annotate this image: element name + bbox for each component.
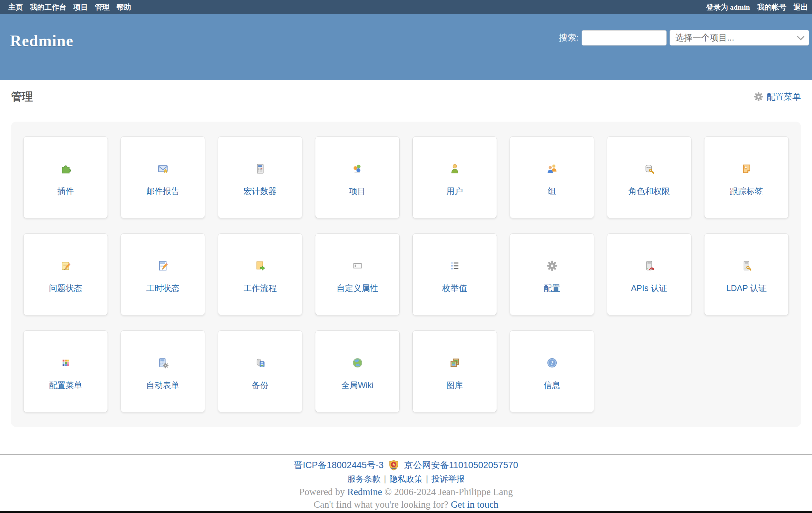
admin-tile-ldap-auth[interactable]: LDAP 认证 (704, 233, 789, 315)
admin-tile-auto-form[interactable]: 自动表单 (120, 330, 205, 412)
separator: | (426, 474, 428, 483)
topmenu-my-page[interactable]: 我的工作台 (30, 2, 66, 12)
admin-tile-workflow[interactable]: 工作流程 (218, 233, 302, 315)
time-status-icon (157, 260, 169, 271)
account-my-account[interactable]: 我的帐号 (757, 2, 786, 12)
tile-label: APIs 认证 (631, 283, 668, 294)
tile-label: 枚举值 (442, 283, 467, 294)
tile-label: 工作流程 (244, 283, 277, 294)
beian-link[interactable]: 京公网安备11010502057570 (404, 459, 518, 471)
info-icon: ? (546, 357, 558, 369)
app-header: Redmine 搜索: 选择一个项目... (0, 14, 812, 80)
top-menu: 主页我的工作台项目管理帮助 (8, 2, 131, 12)
auto-form-icon (157, 357, 169, 369)
logged-in-prefix: 登录为 (706, 3, 728, 11)
admin-tile-roles-permissions[interactable]: 角色和权限 (607, 136, 692, 218)
svg-text:?: ? (550, 359, 554, 367)
admin-tile-api-auth[interactable]: APIs 认证 (607, 233, 692, 315)
privacy-link[interactable]: 隐私政策 (389, 474, 423, 483)
group-icon (546, 163, 558, 174)
search-row: 搜索: 选择一个项目... (559, 30, 809, 46)
redmine-link[interactable]: Redmine (347, 486, 382, 497)
topmenu-administration[interactable]: 管理 (95, 2, 110, 12)
main-content: 管理 配置菜单 插件邮件报告宏计数器项目用户组角色和权限跟踪标签问题状态工时状态… (0, 89, 812, 427)
public-security-emblem-icon (388, 459, 399, 471)
admin-tile-backup[interactable]: 备份 (218, 330, 302, 412)
admin-tile-time-status[interactable]: 工时状态 (120, 233, 205, 315)
terms-link[interactable]: 服务条款 (348, 474, 381, 483)
tile-label: 工时状态 (146, 283, 180, 294)
admin-tile-info[interactable]: ?信息 (510, 330, 594, 412)
backup-icon (255, 357, 266, 369)
page-title: 管理 (11, 89, 33, 104)
admin-tile-settings[interactable]: 配置 (510, 233, 594, 315)
configure-menu-link[interactable]: 配置菜单 (754, 91, 801, 103)
issue-status-icon (60, 260, 71, 271)
tracker-tag-icon (741, 163, 752, 174)
tile-label: 邮件报告 (146, 186, 180, 197)
topmenu-projects[interactable]: 项目 (74, 2, 88, 12)
workflow-icon (255, 260, 266, 271)
project-select-value: 选择一个项目... (675, 32, 734, 44)
tile-label: 角色和权限 (629, 186, 670, 197)
ldap-auth-icon (741, 260, 752, 271)
gallery-icon (449, 357, 460, 369)
tile-label: 配置菜单 (49, 380, 82, 391)
topmenu-help[interactable]: 帮助 (117, 2, 131, 12)
policy-links-line: 服务条款|隐私政策|投诉举报 (0, 472, 812, 485)
admin-tile-tracker-tags[interactable]: 跟踪标签 (704, 136, 789, 218)
tile-label: LDAP 认证 (726, 283, 767, 294)
admin-tile-users[interactable]: 用户 (412, 136, 497, 218)
plugin-icon (60, 163, 71, 174)
user-icon (449, 163, 460, 174)
logged-in-as: 登录为 admin (706, 2, 750, 12)
project-select[interactable]: 选择一个项目... (670, 30, 809, 46)
macro-counter-icon (255, 163, 266, 174)
roles-permissions-icon (644, 163, 655, 174)
admin-tile-issue-status[interactable]: 问题状态 (23, 233, 108, 315)
tile-label: 图库 (446, 380, 463, 391)
global-wiki-icon (352, 357, 363, 369)
gear-icon (754, 92, 763, 102)
admin-tile-plugins[interactable]: 插件 (23, 136, 108, 218)
account-items: 我的帐号退出 (757, 2, 808, 12)
search-input[interactable] (582, 30, 667, 46)
admin-tile-global-wiki[interactable]: 全局Wiki (315, 330, 400, 412)
powered-prefix: Powered by (299, 486, 345, 497)
api-auth-icon (644, 260, 655, 271)
tile-label: 插件 (57, 186, 74, 197)
icp-line: 晋ICP备18002445号-3 京公网安备11010502057570 (0, 458, 812, 472)
admin-tile-groups[interactable]: 组 (510, 136, 594, 218)
admin-tile-projects[interactable]: 项目 (315, 136, 400, 218)
admin-tile-custom-fields[interactable]: 自定义属性 (315, 233, 400, 315)
admin-tile-gallery[interactable]: 图库 (412, 330, 497, 412)
redmine-logo[interactable]: Redmine (10, 32, 74, 50)
tile-label: 宏计数器 (244, 186, 277, 197)
logged-in-username[interactable]: admin (730, 3, 750, 11)
powered-suffix: © 2006-2024 Jean-Philippe Lang (384, 486, 513, 497)
tile-label: 问题状态 (49, 283, 82, 294)
icp-link[interactable]: 晋ICP备18002445号-3 (294, 459, 383, 471)
report-link[interactable]: 投诉举报 (432, 474, 465, 483)
account-menu: 登录为 admin 我的帐号退出 (706, 2, 808, 12)
admin-tiles-grid: 插件邮件报告宏计数器项目用户组角色和权限跟踪标签问题状态工时状态工作流程自定义属… (11, 122, 801, 427)
tile-label: 组 (548, 186, 556, 197)
get-in-touch-line: Can't find what you're looking for? Get … (0, 498, 812, 511)
get-in-touch-link[interactable]: Get in touch (451, 499, 498, 510)
admin-tile-mail-report[interactable]: 邮件报告 (120, 136, 205, 218)
account-logout[interactable]: 退出 (793, 2, 808, 12)
separator: | (384, 474, 386, 483)
chevron-down-icon (797, 33, 805, 40)
admin-tile-enumerations[interactable]: 枚举值 (412, 233, 497, 315)
tile-label: 项目 (349, 186, 366, 197)
admin-tile-macro-counter[interactable]: 宏计数器 (218, 136, 302, 218)
tile-label: 信息 (544, 380, 560, 391)
top-menu-bar: 主页我的工作台项目管理帮助 登录为 admin 我的帐号退出 (0, 0, 812, 14)
tile-label: 自定义属性 (337, 283, 378, 294)
bottom-edge-bar (0, 511, 812, 513)
topmenu-home[interactable]: 主页 (8, 2, 23, 12)
enumeration-icon (449, 260, 460, 271)
tile-label: 跟踪标签 (730, 186, 763, 197)
admin-tile-config-menu[interactable]: 配置菜单 (23, 330, 108, 412)
tile-label: 用户 (446, 186, 463, 197)
